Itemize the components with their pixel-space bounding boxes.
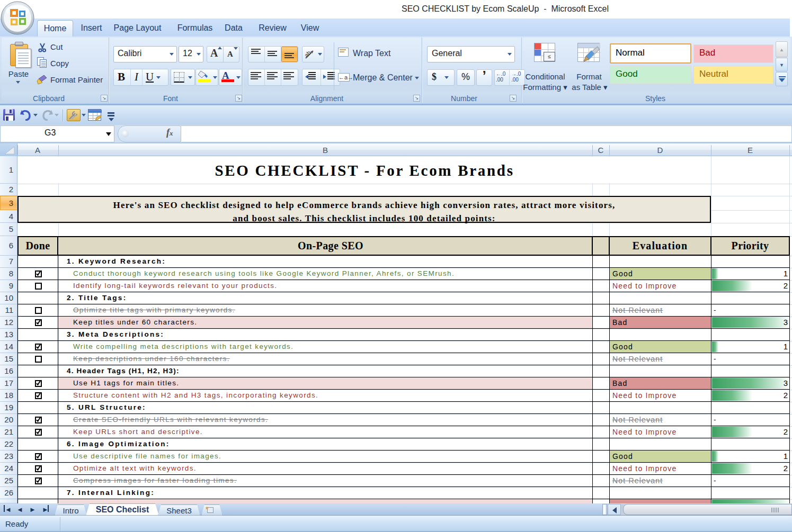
svg-text:ab: ab	[305, 49, 312, 58]
